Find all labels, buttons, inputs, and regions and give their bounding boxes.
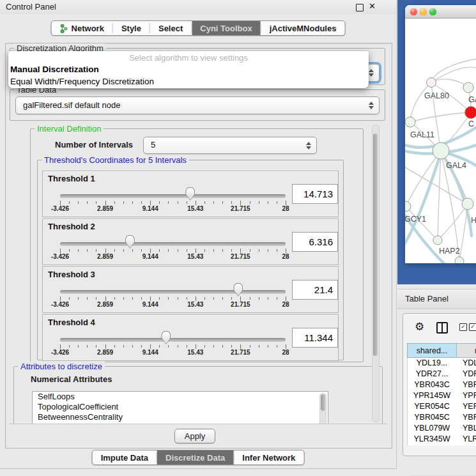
minimize-button[interactable] [420,8,427,15]
network-node-ga[interactable] [463,82,473,93]
attribute-item-topologicalcoefficient[interactable]: TopologicalCoefficient [33,402,328,412]
tab-infer-network[interactable]: Infer Network [234,450,303,464]
tick-mark [259,249,259,252]
tab-style[interactable]: Style [113,21,150,35]
table-row[interactable]: YBR043CYBR0 [408,380,476,390]
tick-mark [259,345,259,348]
float-window-icon[interactable] [356,4,364,12]
network-edge[interactable] [410,112,471,122]
network-node[interactable] [455,257,464,263]
network-node-hap2[interactable] [433,236,442,245]
checkbox-icon[interactable]: ✓ [469,323,476,331]
threshold-slider-thumb[interactable] [161,331,171,344]
threshold-value-field[interactable]: 6.316 [292,232,338,252]
list-vertical-scrollbar[interactable] [319,393,326,424]
network-edge[interactable] [410,82,431,122]
threshold-slider-thumb[interactable] [233,283,243,296]
tick-label: -3.426 [51,349,69,356]
threshold-slider-track[interactable] [60,290,286,294]
tick-mark [178,201,178,204]
tab-cyni-toolbox[interactable]: Cyni Toolbox [192,21,260,35]
tab-impute-data[interactable]: Impute Data [93,450,157,464]
tab-select[interactable]: Select [150,21,191,35]
network-edge[interactable] [406,151,441,206]
tab-jactivemnodules[interactable]: jActiveMNodules [261,21,345,35]
tick-mark [168,345,169,348]
tick-mark [123,297,124,300]
dropdown-option-manual-discretization[interactable]: Manual Discretization [8,63,369,75]
tab-label: Impute Data [101,453,148,463]
numerical-attributes-list[interactable]: SelfLoopsTopologicalCoefficientBetweenne… [32,391,328,424]
table-row[interactable]: YBR045CYBR0 [408,412,476,423]
tick-label: 28 [282,349,289,356]
threshold-value-field[interactable]: 21.4 [292,280,338,300]
cell-name: YIL0 [456,445,476,445]
tick-mark [204,297,205,300]
vertical-scrollbar[interactable] [372,125,380,422]
tick-mark [213,345,214,348]
threshold-slider-thumb[interactable] [185,187,195,201]
slider-tick-labels: -3.4262.8599.14415.4321.71528 [60,301,286,309]
tick-mark [222,345,223,348]
tick-mark [286,249,286,253]
column-header-na[interactable]: na [456,343,476,358]
tick-mark [222,201,223,204]
network-node-gal80[interactable] [427,78,436,88]
zoom-button[interactable] [429,8,436,15]
apply-button[interactable]: Apply [174,429,215,443]
tick-mark [132,249,133,252]
close-button[interactable] [410,8,417,15]
tick-mark [78,297,79,300]
threshold-slider-track[interactable] [60,194,286,198]
table-row[interactable]: YDR27...YDR2 [408,369,476,380]
network-node-h[interactable] [462,198,473,210]
threshold-slider-thumb[interactable] [125,235,135,249]
tab-label: jActiveMNodules [270,24,337,33]
dropdown-option-equal-width-frequency-discretization[interactable]: Equal Width/Frequency Discretization [8,75,369,88]
table-data-combobox[interactable]: galFiltered.sif default node [15,96,380,114]
tab-discretize-data[interactable]: Discretize Data [157,450,233,464]
tick-mark [123,249,124,252]
tab-network[interactable]: Network [52,21,112,35]
number-of-intervals-combobox[interactable]: 5 [143,137,317,154]
tick-mark [168,201,169,204]
tick-mark [178,249,178,252]
table-data-selected-value: galFiltered.sif default node [23,100,120,110]
vertical-scrollbar-thumb[interactable] [373,134,378,356]
tick-mark [96,297,96,300]
table-row[interactable]: YDL19...YDL1 [408,358,476,369]
table-row[interactable]: YIL052CYIL0 [408,445,476,445]
network-node-gal4[interactable] [433,142,449,159]
gear-icon[interactable]: ⚙ [415,320,424,334]
interval-definition-group: Interval Definition Number of Intervals … [30,128,364,362]
split-column-icon[interactable] [436,322,448,334]
tick-mark [286,344,286,349]
network-node-gcy1[interactable] [405,201,411,211]
threshold-slider-track[interactable] [60,338,286,342]
column-header-shared-[interactable]: shared... [407,343,456,358]
table-row[interactable]: YLR345WYLR3 [408,434,476,445]
tick-label: -3.426 [51,253,69,260]
threshold-value-field[interactable]: 11.344 [292,328,338,348]
close-icon[interactable]: ✕ [369,1,376,11]
network-window-titlebar[interactable] [405,5,476,19]
network-canvas[interactable]: GAL80GACGAL11GAL4GCY1HHAP2 [405,19,476,263]
network-edge[interactable] [459,204,468,260]
table-row[interactable]: YER054CYER0 [408,401,476,412]
control-panel-tabbar: NetworkStyleSelectCyni ToolboxjActiveMNo… [51,20,346,36]
checkbox-icon[interactable]: ✓ [459,323,467,331]
screen: Control Panel ✕ NetworkStyleSelectCyni T… [0,0,476,476]
dropdown-placeholder: Select algorithm to view settings [8,51,369,63]
threshold-value-field[interactable]: 14.713 [292,184,338,204]
tick-mark [222,297,223,300]
attribute-item-betweennesscentrality[interactable]: BetweennessCentrality [33,412,328,422]
tab-label: Infer Network [242,453,295,463]
network-node-c[interactable] [465,107,476,119]
attribute-item-selfloops[interactable]: SelfLoops [33,392,328,402]
threshold-slider-track[interactable] [60,242,286,246]
table-row[interactable]: YPR145WYPR1 [408,390,476,401]
dropdown-options: Manual DiscretizationEqual Width/Frequen… [8,63,369,88]
table-row[interactable]: YBL079WYBL0 [408,423,476,434]
network-node-gal11[interactable] [405,117,415,127]
network-edge-thick[interactable] [405,153,441,249]
